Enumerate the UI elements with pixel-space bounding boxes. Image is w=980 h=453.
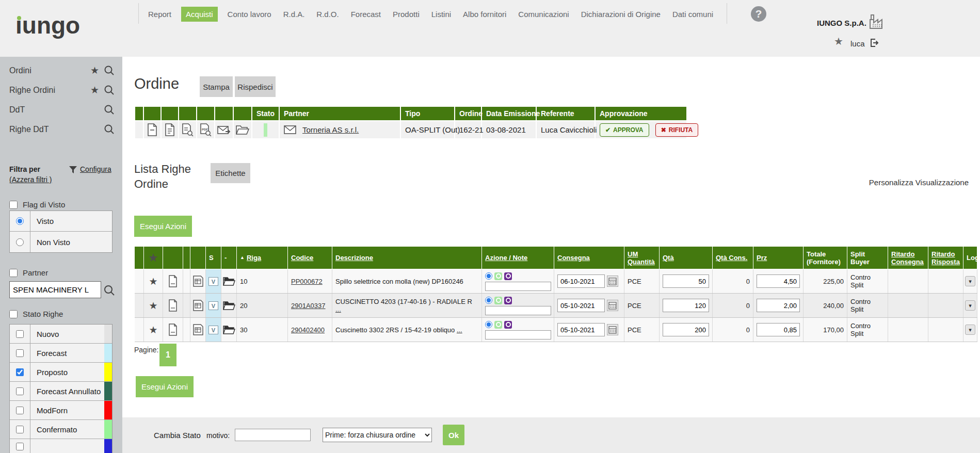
stato-option-confermato[interactable]: Confermato [10, 420, 112, 439]
col-qta-cons[interactable]: Qtà Cons. [713, 247, 753, 269]
consegna-date-input[interactable] [557, 323, 605, 336]
visto-flag-cell[interactable]: V [206, 318, 221, 342]
col-consegna[interactable]: Consegna [554, 247, 624, 269]
stato-option-proposto[interactable]: Proposto [10, 363, 112, 382]
search-icon[interactable] [104, 85, 115, 96]
azione-purple-badge[interactable] [504, 297, 512, 304]
qta-input[interactable] [663, 323, 709, 336]
nav-forecast[interactable]: Forecast [349, 7, 383, 22]
log-dropdown-button[interactable]: ▾ [965, 276, 975, 286]
azione-green-badge[interactable] [494, 297, 502, 304]
qta-input[interactable] [663, 299, 709, 312]
star-icon[interactable]: ★ [90, 80, 99, 100]
visto-option[interactable]: Visto [10, 211, 112, 232]
flag-di-visto-checkbox[interactable] [9, 201, 18, 209]
col-prz[interactable]: Prz [753, 247, 804, 269]
nav-rda[interactable]: R.d.A. [281, 7, 307, 22]
document-preview-icon[interactable] [179, 121, 197, 139]
folder-icon[interactable] [233, 121, 252, 139]
pdf-preview-icon[interactable]: PDF [197, 121, 215, 139]
logout-icon[interactable] [869, 38, 879, 48]
nav-albo-fornitori[interactable]: Albo fornitori [461, 7, 508, 22]
factory-icon[interactable] [868, 13, 888, 30]
nav-dati-comuni[interactable]: Dati comuni [670, 7, 715, 22]
resend-mail-icon[interactable] [215, 121, 233, 139]
qta-input[interactable] [663, 274, 709, 288]
log-dropdown-button[interactable]: ▾ [965, 325, 975, 335]
stato-checkbox[interactable] [16, 368, 24, 376]
stato-option-forecast-annullato[interactable]: Forecast Annullato [10, 382, 112, 401]
etichette-button[interactable]: Etichette [211, 163, 250, 183]
stato-checkbox[interactable] [16, 387, 24, 395]
sidebar-item-righe-ordini[interactable]: Righe Ordini ★ [0, 80, 122, 100]
row-folder-icon[interactable] [221, 294, 237, 318]
azione-radio-selected[interactable] [485, 272, 492, 280]
envelope-icon[interactable] [284, 125, 296, 134]
stato-option-modforn[interactable]: ModForn [10, 401, 112, 420]
col-qta[interactable]: Qtà [660, 247, 713, 269]
visto-flag-cell[interactable]: V [206, 294, 221, 318]
col-ritardo-risposta[interactable]: Ritardo Risposta [928, 247, 963, 269]
row-document-icon[interactable] [163, 318, 183, 342]
iungo-logo[interactable]: ıungo [15, 11, 80, 39]
azione-purple-badge[interactable] [504, 272, 512, 280]
star-column-icon[interactable]: ★ [149, 252, 157, 263]
document-text-icon[interactable] [161, 121, 179, 139]
stato-option-forecast[interactable]: Forecast [10, 344, 112, 363]
visto-radio[interactable] [16, 217, 24, 225]
note-input[interactable] [485, 282, 551, 291]
prz-input[interactable] [757, 323, 800, 336]
rifiuta-button[interactable]: ✖RIFIUTA [655, 123, 699, 137]
stampa-button[interactable]: Stampa [200, 76, 233, 97]
nav-prodotti[interactable]: Prodotti [391, 7, 422, 22]
consegna-date-input[interactable] [557, 299, 605, 312]
line-codice-link[interactable]: PP000672 [291, 278, 323, 285]
visto-flag-cell[interactable]: V [206, 269, 221, 294]
sidebar-item-righe-ddt[interactable]: Righe DdT [0, 120, 122, 139]
col-um-quantita[interactable]: UM Quantità [624, 247, 660, 269]
calendar-icon[interactable] [607, 324, 618, 335]
visto-v-icon[interactable]: V [208, 326, 218, 334]
configura-link[interactable]: Configura [80, 165, 111, 173]
visto-v-icon[interactable]: V [208, 301, 218, 310]
prz-input[interactable] [757, 274, 800, 288]
row-table-icon[interactable] [190, 294, 206, 318]
row-folder-icon[interactable] [221, 269, 237, 294]
non-visto-option[interactable]: Non Visto [10, 232, 112, 252]
nav-listini[interactable]: Listini [429, 7, 453, 22]
partner-checkbox[interactable] [9, 269, 18, 277]
azione-radio-selected[interactable] [485, 321, 492, 328]
descrizione-more-link[interactable]: ... [457, 326, 462, 334]
page-1-button[interactable]: 1 [159, 344, 176, 366]
row-table-icon[interactable] [190, 318, 206, 342]
stato-righe-checkbox[interactable] [9, 310, 18, 318]
calendar-icon[interactable] [607, 300, 618, 311]
stato-checkbox[interactable] [16, 443, 24, 450]
user-name[interactable]: luca [850, 39, 865, 48]
note-input[interactable] [485, 306, 551, 315]
nav-conto-lavoro[interactable]: Conto lavoro [226, 7, 274, 22]
row-star-icon[interactable]: ★ [149, 300, 157, 311]
ok-button[interactable]: Ok [443, 425, 464, 445]
calendar-icon[interactable] [607, 276, 618, 287]
partner-search-input[interactable] [9, 281, 101, 298]
rispedisci-button[interactable]: Rispedisci [235, 76, 276, 97]
stato-option-nuovo[interactable]: Nuovo [10, 325, 112, 344]
row-star-icon[interactable]: ★ [149, 276, 157, 287]
col-riga[interactable]: ▲Riga [237, 247, 288, 269]
motivo-input[interactable] [235, 429, 311, 441]
stato-option-partial[interactable] [10, 439, 112, 453]
non-visto-radio[interactable] [16, 238, 24, 246]
nav-comunicazioni[interactable]: Comunicazioni [516, 7, 571, 22]
descrizione-more-link[interactable]: ... [335, 305, 341, 313]
line-codice-link[interactable]: 2901A0337 [291, 302, 326, 310]
azione-green-badge[interactable] [494, 272, 502, 280]
consegna-date-input[interactable] [557, 274, 605, 288]
stato-checkbox[interactable] [16, 426, 24, 433]
prz-input[interactable] [757, 299, 800, 312]
row-document-icon[interactable] [163, 294, 183, 318]
row-star-icon[interactable]: ★ [149, 325, 157, 335]
favorite-star-icon[interactable]: ★ [834, 35, 843, 47]
search-icon[interactable] [104, 65, 115, 76]
row-folder-icon[interactable] [221, 318, 237, 342]
